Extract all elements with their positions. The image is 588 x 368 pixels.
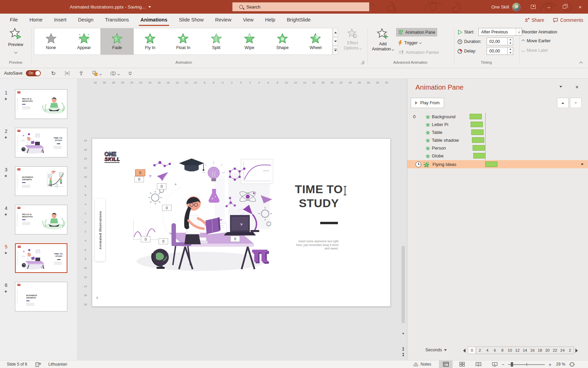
pane-close-button[interactable]: × bbox=[574, 83, 580, 92]
merge-shapes-button[interactable] bbox=[110, 70, 119, 76]
start-select[interactable]: After Previous bbox=[478, 28, 522, 36]
slide-indicator[interactable]: Slide 5 of 6 bbox=[7, 361, 27, 368]
distribute-horizontal-button[interactable] bbox=[65, 71, 70, 76]
trigger-button[interactable]: Trigger bbox=[396, 39, 423, 47]
gallery-item-fade[interactable]: Fade bbox=[100, 28, 133, 55]
gallery-item-shape[interactable]: Shape bbox=[266, 28, 299, 55]
language-indicator[interactable]: Lithuanian bbox=[48, 361, 67, 368]
tab-insert[interactable]: Insert bbox=[48, 14, 72, 26]
tab-view[interactable]: View bbox=[237, 14, 259, 26]
zoom-out-button[interactable]: − bbox=[502, 361, 505, 368]
thumbnail-slide-5-selected[interactable]: TIME TOSTUDY bbox=[15, 243, 67, 273]
timeline-bar[interactable] bbox=[485, 162, 497, 167]
notes-button[interactable]: Notes bbox=[413, 361, 431, 368]
move-earlier-button[interactable]: Move Earlier bbox=[522, 39, 551, 43]
timeline-bar[interactable] bbox=[470, 114, 482, 119]
canvas-scrollbar[interactable] bbox=[401, 79, 406, 360]
thumbnail-slide-4[interactable]: RELAX &MEDITATE bbox=[15, 205, 67, 234]
delay-input[interactable]: 00,00 bbox=[487, 47, 508, 55]
animation-item[interactable]: Globe bbox=[407, 152, 588, 160]
view-slideshow-button[interactable] bbox=[488, 361, 502, 368]
autosave-toggle[interactable]: On bbox=[26, 70, 41, 76]
seconds-dropdown[interactable]: Seconds bbox=[425, 348, 447, 352]
thumbnail-slide-2[interactable]: TIME TOSTUDY bbox=[15, 128, 67, 157]
tab-brightslide[interactable]: BrightSlide bbox=[281, 14, 316, 26]
thumbnail-slide-1[interactable]: RELAX &MEDITATE bbox=[15, 89, 67, 119]
animation-order-badge[interactable]: 0 bbox=[157, 183, 166, 189]
title-underline-bar[interactable] bbox=[320, 222, 338, 224]
zoom-slider-thumb[interactable] bbox=[511, 362, 513, 367]
pane-menu-button[interactable] bbox=[559, 88, 562, 94]
tab-home[interactable]: Home bbox=[23, 14, 48, 26]
previous-slide-button[interactable] bbox=[401, 346, 406, 351]
tab-slide-show[interactable]: Slide Show bbox=[173, 14, 210, 26]
gallery-item-split[interactable]: Split bbox=[200, 28, 233, 55]
share-button[interactable]: Share bbox=[525, 17, 544, 23]
thumbnail-slide-3[interactable]: BUSINESSGROWTH bbox=[15, 166, 67, 196]
tab-animations[interactable]: Animations bbox=[135, 14, 173, 26]
align-center-button[interactable] bbox=[79, 71, 84, 76]
comments-button[interactable]: Comments bbox=[553, 17, 583, 23]
delay-increase-button[interactable] bbox=[508, 47, 513, 51]
preview-dropdown-icon[interactable] bbox=[14, 50, 17, 54]
item-dropdown-icon[interactable] bbox=[581, 164, 584, 165]
animation-order-badge[interactable]: 0 bbox=[134, 176, 144, 182]
spell-check-button[interactable] bbox=[35, 361, 41, 368]
fit-slide-button[interactable] bbox=[569, 361, 575, 368]
zoom-in-button[interactable]: + bbox=[549, 361, 552, 368]
tab-help[interactable]: Help bbox=[259, 14, 281, 26]
preview-button[interactable]: Preview bbox=[2, 28, 29, 59]
animation-order-badge-selected[interactable]: 0 bbox=[135, 169, 145, 176]
customize-toolbar-button[interactable] bbox=[128, 72, 132, 75]
gallery-item-wipe[interactable]: Wipe bbox=[233, 28, 266, 55]
avatar[interactable] bbox=[512, 3, 521, 11]
gallery-item-float-in[interactable]: Float In bbox=[167, 28, 200, 55]
thumbnail-slide-6[interactable]: BUSINESSGROWTH bbox=[15, 282, 67, 311]
pane-move-up-button[interactable] bbox=[557, 98, 569, 108]
title-dropdown-icon[interactable] bbox=[148, 6, 151, 8]
slide-canvas[interactable]: ONE SKILL Animated Illustrations y=c₃ bbox=[92, 138, 391, 307]
animation-item[interactable]: Table shadow bbox=[407, 136, 588, 144]
timeline-scroll-right-button[interactable] bbox=[575, 349, 578, 353]
gallery-scroll-down-button[interactable] bbox=[333, 37, 338, 46]
maximize-button[interactable] bbox=[557, 0, 572, 14]
add-animation-button[interactable]: Add Animation bbox=[370, 28, 396, 52]
animation-item[interactable]: Letter Pi bbox=[407, 121, 588, 128]
collapse-ribbon-button[interactable] bbox=[580, 60, 582, 66]
slide-body-text[interactable]: Insert some awesome text right here, jus… bbox=[295, 240, 339, 250]
tab-design[interactable]: Design bbox=[72, 14, 99, 26]
view-normal-button[interactable] bbox=[439, 361, 453, 368]
document-title[interactable]: Animated Illustrations.pptx - Saving... bbox=[70, 0, 151, 14]
user-name[interactable]: One Skill bbox=[491, 4, 509, 10]
gallery-item-wheel[interactable]: Wheel bbox=[299, 28, 332, 55]
ribbon-display-options-button[interactable] bbox=[525, 0, 541, 14]
animation-dialog-launcher[interactable] bbox=[361, 61, 364, 64]
tab-file[interactable]: File bbox=[4, 14, 23, 26]
delay-decrease-button[interactable] bbox=[508, 51, 513, 55]
view-reading-button[interactable] bbox=[472, 361, 485, 368]
animation-order-badge[interactable]: 0 bbox=[141, 236, 150, 242]
animation-pane-button[interactable]: Animation Pane bbox=[396, 28, 437, 36]
zoom-level[interactable]: 29 % bbox=[556, 361, 565, 368]
duration-increase-button[interactable] bbox=[508, 38, 513, 42]
gallery-item-fly-in[interactable]: Fly In bbox=[134, 28, 167, 55]
close-button[interactable]: × bbox=[572, 0, 588, 14]
animation-item[interactable]: Background bbox=[407, 113, 588, 121]
animation-order-badge[interactable]: 0 bbox=[159, 238, 168, 244]
timeline-bar[interactable] bbox=[473, 153, 486, 158]
gallery-item-appear[interactable]: Appear bbox=[67, 28, 100, 55]
tab-transitions[interactable]: Transitions bbox=[99, 14, 134, 26]
timeline-scroll-left-button[interactable] bbox=[463, 349, 466, 353]
animation-order-badge[interactable]: 0 bbox=[230, 236, 240, 242]
next-slide-button[interactable] bbox=[401, 352, 406, 357]
gallery-more-button[interactable] bbox=[333, 46, 338, 55]
play-from-button[interactable]: Play From bbox=[411, 98, 444, 108]
gallery-item-none[interactable]: None bbox=[34, 28, 67, 55]
duration-decrease-button[interactable] bbox=[508, 42, 513, 45]
undo-button[interactable]: ↻ bbox=[51, 70, 55, 77]
study-illustration[interactable]: y=c₃ bbox=[128, 155, 276, 273]
animation-order-badge[interactable]: 0 bbox=[162, 205, 172, 211]
animation-item[interactable]: Table bbox=[407, 128, 588, 136]
duration-input[interactable]: 02,00 bbox=[487, 37, 508, 45]
start-dropdown-icon[interactable] bbox=[516, 28, 522, 35]
